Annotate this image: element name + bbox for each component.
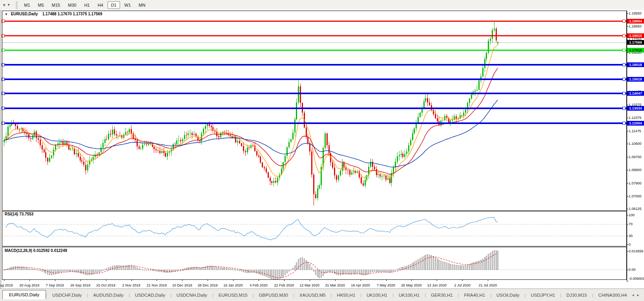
price-tag: 1.16018: [627, 62, 644, 67]
rsi-axis-tick-label: 70: [629, 222, 633, 226]
macd-axis-tick-label: 0.014556: [629, 249, 644, 253]
price-axis-tick-label: 1.12375: [629, 116, 642, 120]
price-tag: 1.17016: [627, 48, 644, 53]
timeframe-button-m15[interactable]: M15: [48, 1, 64, 9]
chart-ohlc-values: 1.17488 1.17670 1.17375 1.17569: [42, 12, 102, 16]
trading-terminal-window: ⌖ ▼ M1M5M15M30H1H4D1W1MN ▼ EURUSD,Daily …: [0, 0, 644, 301]
price-tag: 1.17569: [627, 40, 644, 45]
chart-tab-eurusd-daily[interactable]: EURUSD,Daily: [2, 290, 46, 299]
chart-tab-gbpusd-m30[interactable]: GBPUSD,M30: [254, 291, 293, 299]
price-tag: 1.15019: [627, 77, 644, 82]
chart-tab-ger30-h1[interactable]: GER30,H1: [426, 291, 458, 299]
rsi-axis-tick-label: 0: [629, 243, 631, 246]
toolbar-grip-handle[interactable]: [16, 2, 18, 9]
timeframe-button-h1[interactable]: H1: [81, 1, 93, 9]
date-axis-label: 4 Feb 2020: [250, 283, 268, 287]
date-axis-label: 2 Jul 2020: [454, 283, 471, 287]
timeframe-button-mn[interactable]: MN: [135, 1, 149, 9]
date-axis-label: 7 May 2020: [377, 283, 395, 287]
date-axis-label: 20 Aug 2019: [20, 283, 40, 287]
date-axis-label: 13 Jun 2020: [427, 283, 447, 287]
date-axis-label: 26 May 2020: [401, 283, 421, 287]
date-axis-label: 21 Jul 2020: [479, 283, 497, 287]
chart-tab-uk100-h1[interactable]: UK100,H1: [361, 291, 392, 299]
timeframe-button-m5[interactable]: M5: [35, 1, 47, 9]
chart-tab-dj30-m15[interactable]: DJ30,M15: [561, 291, 592, 299]
chart-tab-bar: EURUSD,Daily|USDCHF,Daily|AUDUSD,Daily|U…: [0, 288, 644, 301]
timeframe-button-h4[interactable]: H4: [94, 1, 107, 9]
price-axis-tick-label: 1.19550: [629, 11, 642, 15]
pointer-tool-button[interactable]: ⌖ ▼: [0, 1, 13, 9]
crosshair-cursor-icon: ⌖: [3, 2, 5, 8]
macd-axis-tick-label: 0.00: [629, 268, 636, 272]
chart-tab-usdcnh-daily[interactable]: USDCNH,Daily: [171, 291, 212, 299]
chart-tab-audusd-daily[interactable]: AUDUSD,Daily: [88, 291, 128, 299]
timeframe-button-m30[interactable]: M30: [64, 1, 80, 9]
timeframe-button-m1[interactable]: M1: [20, 1, 33, 9]
price-tag: 1.13034: [627, 106, 644, 111]
price-axis-tick-label: 1.07900: [629, 181, 642, 185]
price-tag: 1.19004: [627, 19, 644, 24]
chart-canvas[interactable]: [0, 10, 644, 288]
date-axis-label: 28 Dec 2019: [198, 283, 218, 287]
date-axis-label: 26 Sep 2019: [70, 283, 90, 287]
tabs-scroll-left-icon[interactable]: ◂: [632, 293, 637, 297]
date-axis-label: 16 Jan 2020: [223, 283, 243, 287]
price-axis-tick-label: 1.06125: [629, 207, 642, 211]
tabs-scroll-right-icon[interactable]: ▸: [637, 293, 642, 297]
caret-down-icon: ▼: [7, 3, 10, 7]
chart-tab-usdchf-daily[interactable]: USDCHF,Daily: [47, 291, 87, 299]
date-axis-label: 2 Nov 2019: [122, 283, 140, 287]
date-axis-label: 10 Dec 2019: [172, 283, 192, 287]
chart-symbol-label: EURUSD,Daily: [11, 12, 38, 16]
price-axis-tick-label: 1.11475: [629, 129, 641, 133]
date-axis-label: 12 Mar 2020: [300, 283, 320, 287]
chart-tab-china300-h4[interactable]: CHINA300,H4: [593, 291, 632, 299]
price-axis-tick-label: 1.10600: [629, 142, 642, 146]
date-axis-label: 15 Oct 2019: [96, 283, 115, 287]
date-axis-label: 31 Mar 2020: [325, 283, 345, 287]
price-tag: 1.14047: [627, 91, 644, 96]
date-axis-label: 18 Apr 2020: [351, 283, 370, 287]
date-axis-label: 22 Feb 2020: [274, 283, 294, 287]
chart-tab-usdcad-daily[interactable]: USDCAD,Daily: [130, 291, 170, 299]
chart-tab-hk50-h1[interactable]: HK50,H1: [332, 291, 361, 299]
date-axis-label: 1 Aug 2019: [0, 283, 13, 287]
price-axis-tick-label: 1.09700: [629, 155, 642, 159]
price-axis-tick-label: 1.18650: [629, 24, 642, 28]
rsi-axis-tick-label: 30: [629, 234, 633, 238]
date-axis-label: 7 Sep 2019: [46, 283, 64, 287]
timeframe-toolbar: ⌖ ▼ M1M5M15M30H1H4D1W1MN: [0, 0, 644, 10]
chart-tab-usdjpy-h1[interactable]: USDJPY,H1: [526, 291, 560, 299]
price-axis-tick-label: 1.07000: [629, 194, 642, 198]
chart-title: ▼ EURUSD,Daily 1.17488 1.17670 1.17375 1…: [5, 12, 102, 16]
rsi-axis-tick-label: 100: [629, 213, 635, 217]
timeframe-button-w1[interactable]: W1: [121, 1, 135, 9]
chart-tab-xauusd-m5[interactable]: XAUUSD,M5: [294, 291, 331, 299]
price-tag: 1.18015: [627, 33, 644, 38]
date-axis-label: 21 Nov 2019: [147, 283, 167, 287]
price-axis-tick-label: 1.08800: [629, 168, 642, 172]
chart-tab-eurusd-m15[interactable]: EURUSD,M15: [213, 291, 253, 299]
collapse-triangle-icon: ▼: [5, 13, 8, 16]
rsi-indicator-label: RSI(14) 73.7553: [5, 212, 33, 216]
macd-indicator-label: MACD(12,26,9) 0.012592 0.012249: [5, 248, 67, 253]
chart-tab-uk100-h1[interactable]: UK100,H1: [394, 291, 425, 299]
price-tag: 1.12004: [627, 121, 644, 126]
chart-tab-fra40-h1[interactable]: FRA40,H1: [459, 291, 490, 299]
macd-axis-tick-label: -0.009001: [629, 277, 644, 281]
chart-tab-usoil-daily[interactable]: USOil,Daily: [491, 291, 525, 299]
timeframe-button-d1[interactable]: D1: [108, 1, 120, 9]
